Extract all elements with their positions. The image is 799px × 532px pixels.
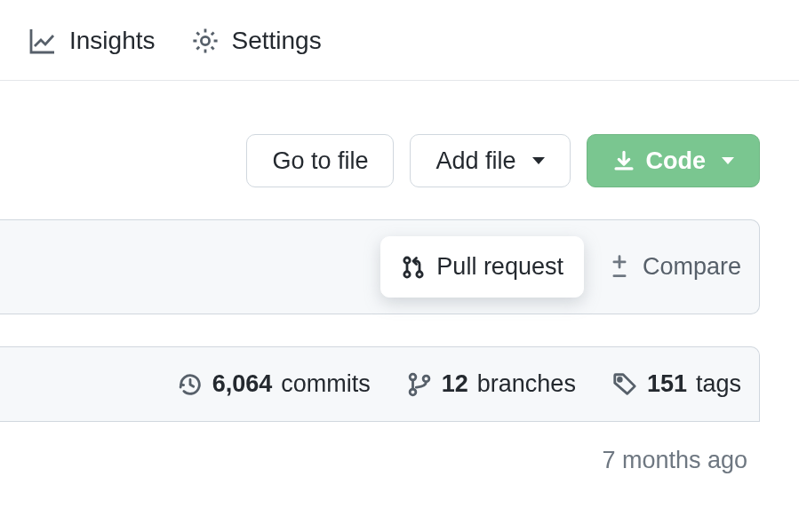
gear-icon [191, 27, 220, 55]
commits-link[interactable]: 6,064 commits [177, 370, 371, 398]
svg-point-0 [201, 36, 209, 44]
code-button[interactable]: Code [587, 134, 761, 187]
go-to-file-label: Go to file [272, 149, 368, 173]
tag-icon [611, 371, 638, 398]
graph-icon [28, 27, 57, 55]
commits-label: commits [281, 370, 371, 398]
diff-icon [607, 255, 632, 280]
pull-request-button[interactable]: Pull request [380, 236, 584, 298]
file-actions-row: Go to file Add file Code [0, 81, 799, 187]
compare-link[interactable]: Compare [600, 253, 748, 281]
branches-label: branches [477, 370, 576, 398]
repo-nav-tabs: Insights Settings [0, 0, 799, 81]
caret-down-icon [722, 157, 734, 164]
tab-insights[interactable]: Insights [28, 27, 156, 55]
tab-settings[interactable]: Settings [191, 27, 322, 55]
add-file-label: Add file [435, 149, 515, 173]
branch-action-bar: Pull request Compare [0, 219, 760, 314]
tab-settings-label: Settings [232, 27, 322, 55]
svg-point-7 [618, 377, 621, 381]
tags-label: tags [696, 370, 741, 398]
tags-link[interactable]: 151 tags [611, 370, 741, 398]
git-pull-request-icon [401, 255, 426, 280]
go-to-file-button[interactable]: Go to file [246, 134, 394, 187]
history-icon [177, 371, 204, 398]
pull-request-label: Pull request [436, 253, 563, 281]
compare-label: Compare [643, 253, 741, 281]
branches-link[interactable]: 12 branches [406, 370, 576, 398]
tags-count: 151 [647, 370, 687, 398]
file-timestamp: 7 months ago [602, 447, 747, 474]
git-branch-icon [406, 371, 433, 398]
caret-down-icon [532, 157, 545, 164]
add-file-button[interactable]: Add file [410, 134, 570, 187]
file-listing-row: 7 months ago [0, 422, 799, 474]
commits-count: 6,064 [212, 370, 273, 398]
download-icon [612, 149, 635, 172]
repo-stats-bar: 6,064 commits 12 branches 151 tags [0, 346, 760, 422]
branches-count: 12 [442, 370, 468, 398]
code-label: Code [646, 149, 707, 173]
tab-insights-label: Insights [69, 27, 156, 55]
